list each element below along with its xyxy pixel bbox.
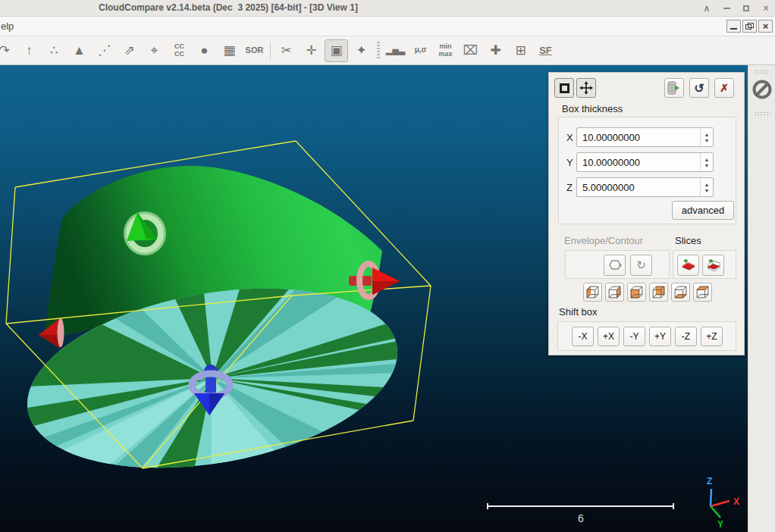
- z-thickness-spinbox[interactable]: 5.00000000 ▲▼: [576, 177, 714, 197]
- interactive-mode-button[interactable]: [576, 78, 596, 98]
- shift-box-label: Shift box: [559, 306, 598, 318]
- shift-x-minus-button[interactable]: -X: [572, 327, 594, 346]
- titlebar: CloudCompare v2.14.beta (Dec 3 2025) [64…: [0, 0, 775, 17]
- face-button-x-plus[interactable]: [605, 283, 624, 302]
- close-window-icon[interactable]: ×: [760, 2, 772, 14]
- multi-slice-icon: [706, 259, 721, 272]
- checkerboard-icon[interactable]: ▦: [218, 39, 241, 62]
- restore-last-box-button[interactable]: ↺: [689, 78, 709, 98]
- face-button-y-minus[interactable]: [627, 283, 646, 302]
- extract-slice-button[interactable]: [677, 255, 699, 276]
- minimize-window-icon[interactable]: [720, 2, 733, 14]
- primitive-factory-icon[interactable]: ●: [193, 39, 216, 62]
- spin-arrows[interactable]: ▲▼: [700, 128, 713, 146]
- sf-icon[interactable]: SF: [534, 39, 557, 62]
- single-slice-icon: [681, 259, 696, 272]
- cloudcompare-window: CloudCompare v2.14.beta (Dec 3 2025) [64…: [0, 0, 775, 532]
- extract-multiple-slices-button[interactable]: [702, 255, 724, 276]
- label-point-icon[interactable]: ⌖: [143, 39, 166, 62]
- toolbar-drag-handle[interactable]: [754, 111, 770, 117]
- apply-transformation-icon[interactable]: ↑: [17, 39, 41, 62]
- face-button-y-plus[interactable]: [649, 283, 668, 302]
- point-pair-align-icon[interactable]: CC CC: [168, 39, 191, 62]
- main-toolbar: ↷ ↑ ∴ ▲ ⋰ ⇗ ⌖ CC CC ● ▦ SOR ✂ ✛ ▣ ✦ ▂▅▃ …: [0, 36, 775, 65]
- scale-bar-value: 6: [578, 512, 584, 524]
- slice-face-buttons: [583, 283, 720, 302]
- maximize-window-icon[interactable]: [740, 2, 752, 14]
- add-sf-icon[interactable]: ✚: [484, 39, 507, 62]
- reset-envelope-button[interactable]: ↻: [630, 255, 652, 276]
- shade-window-icon[interactable]: ∧: [701, 2, 713, 14]
- x-axis-label: X: [566, 132, 573, 143]
- close-tool-button[interactable]: ✗: [714, 78, 734, 98]
- face-button-x-minus[interactable]: [583, 283, 602, 302]
- sf-arithmetic-icon[interactable]: ⊞: [509, 39, 532, 62]
- histogram-icon[interactable]: ▂▅▃: [384, 39, 407, 62]
- shift-y-plus-button[interactable]: +Y: [649, 327, 671, 346]
- mdi-window-controls: ×: [726, 20, 773, 33]
- mdi-minimize-button[interactable]: [726, 20, 741, 33]
- slices-label: Slices: [675, 235, 701, 246]
- box-thickness-label: Box thickness: [562, 103, 623, 114]
- face-button-z-minus[interactable]: [671, 283, 690, 302]
- filter-by-value-icon[interactable]: min max: [434, 39, 457, 62]
- interpolate-icon[interactable]: ⇗: [118, 39, 141, 62]
- translate-rotate-icon[interactable]: ✛: [300, 39, 323, 62]
- thickness-row-z: Z 5.00000000 ▲▼: [559, 177, 737, 197]
- noise-filter-icon[interactable]: ⋰: [93, 39, 116, 62]
- window-title: CloudCompare v2.14.beta (Dec 3 2025) [64…: [99, 2, 358, 13]
- shift-z-minus-button[interactable]: -Z: [675, 327, 697, 346]
- x-thickness-spinbox[interactable]: 10.00000000 ▲▼: [576, 127, 714, 147]
- shift-box-frame: -X +X -Y +Y -Z +Z: [557, 321, 736, 351]
- face-button-z-plus[interactable]: [693, 283, 712, 302]
- segment-scissors-icon[interactable]: ✂: [275, 39, 298, 62]
- polygon-icon: [608, 259, 622, 271]
- extract-envelope-button[interactable]: [604, 255, 626, 276]
- move-arrows-icon: [579, 81, 593, 95]
- z-axis-label: Z: [566, 182, 573, 193]
- y-thickness-spinbox[interactable]: 10.00000000 ▲▼: [576, 152, 714, 172]
- cross-section-icon[interactable]: ▣: [325, 39, 348, 62]
- export-db-icon: [667, 81, 682, 95]
- main-area: 6 Z X Y: [0, 65, 775, 532]
- slices-frame: [673, 250, 736, 279]
- cross-section-panel: ↺ ✗ Box thickness X 10.00000000 ▲▼ Y: [548, 72, 745, 355]
- export-slices-button[interactable]: [664, 78, 684, 98]
- menubar: elp ×: [0, 17, 775, 36]
- shift-y-minus-button[interactable]: -Y: [623, 327, 645, 346]
- shift-z-plus-button[interactable]: +Z: [701, 327, 723, 346]
- spin-arrows[interactable]: ▲▼: [700, 178, 713, 196]
- menu-help-partial[interactable]: elp: [1, 20, 14, 32]
- sor-filter-icon[interactable]: SOR: [243, 39, 266, 62]
- toolbar-separator: [270, 42, 271, 60]
- axis-x-label: X: [733, 496, 739, 507]
- stats-icon[interactable]: μ,σ: [409, 39, 432, 62]
- envelope-frame: ↻: [565, 250, 670, 279]
- advanced-button[interactable]: advanced: [672, 201, 734, 220]
- thickness-row-x: X 10.00000000 ▲▼: [559, 127, 737, 147]
- right-dock-toolbar: [748, 65, 775, 532]
- subsample-icon[interactable]: ∴: [42, 39, 66, 62]
- mdi-close-button[interactable]: ×: [758, 20, 773, 33]
- toolbar-drag-handle[interactable]: [754, 70, 770, 75]
- gizmo-arrow-z-plus[interactable]: [125, 212, 165, 254]
- curved-arrow-icon[interactable]: ↷: [0, 39, 16, 62]
- 3d-viewport[interactable]: 6 Z X Y: [0, 65, 748, 532]
- box-thickness-frame: X 10.00000000 ▲▼ Y 10.00000000 ▲▼: [558, 117, 736, 224]
- axis-y-label: Y: [717, 519, 723, 530]
- window-controls: ∧ ×: [701, 0, 772, 17]
- toggle-box-visibility-button[interactable]: [554, 78, 574, 98]
- envelope-contour-label: Envelope/Contour: [564, 235, 643, 246]
- point-picking-icon[interactable]: ✦: [350, 39, 373, 62]
- gizmo-ring-x-minus[interactable]: [58, 318, 64, 347]
- mdi-restore-button[interactable]: [742, 20, 757, 33]
- delete-sf-icon[interactable]: ⌧: [459, 39, 482, 62]
- axis-z-label: Z: [707, 476, 712, 487]
- shift-x-plus-button[interactable]: +X: [598, 327, 620, 346]
- mesh-sampling-icon[interactable]: ▲: [67, 39, 91, 62]
- forbidden-icon[interactable]: [751, 78, 773, 101]
- thickness-row-y: Y 10.00000000 ▲▼: [559, 152, 737, 172]
- box-icon: [560, 83, 569, 93]
- y-axis-label: Y: [566, 157, 573, 168]
- spin-arrows[interactable]: ▲▼: [700, 153, 713, 171]
